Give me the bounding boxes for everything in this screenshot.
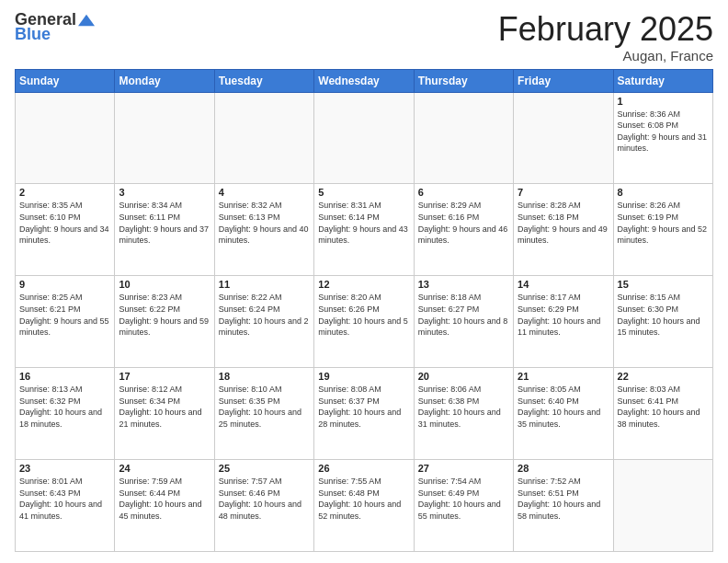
calendar-header-monday: Monday [115,69,214,92]
day-number: 23 [19,463,110,474]
calendar-header-tuesday: Tuesday [214,69,313,92]
day-number: 28 [518,463,609,474]
day-info: Sunrise: 8:25 AMSunset: 6:21 PMDaylight:… [19,292,110,338]
day-number: 8 [618,187,709,198]
calendar-cell: 21Sunrise: 8:05 AMSunset: 6:40 PMDayligh… [514,368,613,460]
day-info: Sunrise: 8:03 AMSunset: 6:41 PMDaylight:… [618,384,709,430]
calendar-cell: 13Sunrise: 8:18 AMSunset: 6:27 PMDayligh… [414,276,513,368]
day-info: Sunrise: 8:35 AMSunset: 6:10 PMDaylight:… [19,200,110,246]
title-block: February 2025 Augan, France [498,11,713,63]
calendar-cell: 3Sunrise: 8:34 AMSunset: 6:11 PMDaylight… [115,184,214,276]
day-number: 10 [119,279,210,290]
calendar-cell: 27Sunrise: 7:54 AMSunset: 6:49 PMDayligh… [414,460,513,552]
day-info: Sunrise: 8:18 AMSunset: 6:27 PMDaylight:… [418,292,509,338]
calendar-cell: 16Sunrise: 8:13 AMSunset: 6:32 PMDayligh… [16,368,115,460]
logo-icon [78,12,95,29]
calendar-cell [414,92,513,184]
page: General Blue February 2025 Augan, France… [0,0,728,563]
day-info: Sunrise: 8:31 AMSunset: 6:14 PMDaylight:… [318,200,409,246]
calendar-cell: 8Sunrise: 8:26 AMSunset: 6:19 PMDaylight… [613,184,712,276]
day-number: 9 [19,279,110,290]
day-info: Sunrise: 8:12 AMSunset: 6:34 PMDaylight:… [119,384,210,430]
day-number: 13 [418,279,509,290]
calendar-cell: 9Sunrise: 8:25 AMSunset: 6:21 PMDaylight… [16,276,115,368]
calendar-cell [514,92,613,184]
day-number: 26 [318,463,409,474]
day-number: 7 [518,187,609,198]
calendar-cell [613,460,712,552]
day-info: Sunrise: 8:29 AMSunset: 6:16 PMDaylight:… [418,200,509,246]
calendar: SundayMondayTuesdayWednesdayThursdayFrid… [15,69,713,552]
calendar-cell: 24Sunrise: 7:59 AMSunset: 6:44 PMDayligh… [115,460,214,552]
calendar-cell: 11Sunrise: 8:22 AMSunset: 6:24 PMDayligh… [214,276,313,368]
day-number: 19 [318,371,409,382]
month-year: February 2025 [498,11,713,48]
day-info: Sunrise: 8:17 AMSunset: 6:29 PMDaylight:… [518,292,609,338]
day-info: Sunrise: 8:01 AMSunset: 6:43 PMDaylight:… [19,476,110,522]
day-info: Sunrise: 8:28 AMSunset: 6:18 PMDaylight:… [518,200,609,246]
day-number: 18 [219,371,310,382]
day-number: 14 [518,279,609,290]
calendar-cell [214,92,313,184]
day-info: Sunrise: 8:36 AMSunset: 6:08 PMDaylight:… [618,109,709,155]
calendar-cell: 2Sunrise: 8:35 AMSunset: 6:10 PMDaylight… [16,184,115,276]
day-info: Sunrise: 8:10 AMSunset: 6:35 PMDaylight:… [219,384,310,430]
calendar-cell: 1Sunrise: 8:36 AMSunset: 6:08 PMDaylight… [613,92,712,184]
day-number: 27 [418,463,509,474]
calendar-cell: 22Sunrise: 8:03 AMSunset: 6:41 PMDayligh… [613,368,712,460]
svg-marker-0 [78,15,95,27]
day-number: 20 [418,371,509,382]
day-info: Sunrise: 8:23 AMSunset: 6:22 PMDaylight:… [119,292,210,338]
calendar-cell: 25Sunrise: 7:57 AMSunset: 6:46 PMDayligh… [214,460,313,552]
location: Augan, France [498,48,713,63]
day-info: Sunrise: 8:05 AMSunset: 6:40 PMDaylight:… [518,384,609,430]
logo: General Blue [15,11,95,44]
day-number: 21 [518,371,609,382]
day-number: 5 [318,187,409,198]
calendar-cell: 10Sunrise: 8:23 AMSunset: 6:22 PMDayligh… [115,276,214,368]
calendar-cell: 12Sunrise: 8:20 AMSunset: 6:26 PMDayligh… [314,276,414,368]
calendar-cell: 14Sunrise: 8:17 AMSunset: 6:29 PMDayligh… [514,276,613,368]
logo-blue-text: Blue [15,26,51,44]
day-number: 25 [219,463,310,474]
calendar-week-1: 1Sunrise: 8:36 AMSunset: 6:08 PMDaylight… [16,92,713,184]
calendar-cell: 4Sunrise: 8:32 AMSunset: 6:13 PMDaylight… [214,184,313,276]
day-number: 24 [119,463,210,474]
calendar-header-wednesday: Wednesday [314,69,414,92]
calendar-cell: 23Sunrise: 8:01 AMSunset: 6:43 PMDayligh… [16,460,115,552]
calendar-cell: 5Sunrise: 8:31 AMSunset: 6:14 PMDaylight… [314,184,414,276]
day-number: 22 [618,371,709,382]
calendar-cell: 20Sunrise: 8:06 AMSunset: 6:38 PMDayligh… [414,368,513,460]
day-number: 4 [219,187,310,198]
calendar-week-3: 9Sunrise: 8:25 AMSunset: 6:21 PMDaylight… [16,276,713,368]
day-info: Sunrise: 7:57 AMSunset: 6:46 PMDaylight:… [219,476,310,522]
calendar-cell: 28Sunrise: 7:52 AMSunset: 6:51 PMDayligh… [514,460,613,552]
day-info: Sunrise: 7:54 AMSunset: 6:49 PMDaylight:… [418,476,509,522]
day-info: Sunrise: 8:13 AMSunset: 6:32 PMDaylight:… [19,384,110,430]
calendar-cell: 15Sunrise: 8:15 AMSunset: 6:30 PMDayligh… [613,276,712,368]
calendar-cell: 17Sunrise: 8:12 AMSunset: 6:34 PMDayligh… [115,368,214,460]
day-number: 12 [318,279,409,290]
day-info: Sunrise: 8:32 AMSunset: 6:13 PMDaylight:… [219,200,310,246]
day-info: Sunrise: 8:15 AMSunset: 6:30 PMDaylight:… [618,292,709,338]
calendar-cell [115,92,214,184]
calendar-cell [16,92,115,184]
day-number: 17 [119,371,210,382]
day-info: Sunrise: 7:55 AMSunset: 6:48 PMDaylight:… [318,476,409,522]
day-info: Sunrise: 8:22 AMSunset: 6:24 PMDaylight:… [219,292,310,338]
calendar-week-5: 23Sunrise: 8:01 AMSunset: 6:43 PMDayligh… [16,460,713,552]
day-number: 2 [19,187,110,198]
calendar-header-friday: Friday [514,69,613,92]
calendar-cell: 18Sunrise: 8:10 AMSunset: 6:35 PMDayligh… [214,368,313,460]
calendar-header-saturday: Saturday [613,69,712,92]
calendar-cell [314,92,414,184]
calendar-cell: 6Sunrise: 8:29 AMSunset: 6:16 PMDaylight… [414,184,513,276]
day-number: 11 [219,279,310,290]
calendar-header-thursday: Thursday [414,69,513,92]
calendar-header-sunday: Sunday [16,69,115,92]
calendar-week-2: 2Sunrise: 8:35 AMSunset: 6:10 PMDaylight… [16,184,713,276]
header: General Blue February 2025 Augan, France [15,11,713,63]
calendar-cell: 7Sunrise: 8:28 AMSunset: 6:18 PMDaylight… [514,184,613,276]
calendar-header-row: SundayMondayTuesdayWednesdayThursdayFrid… [16,69,713,92]
day-info: Sunrise: 8:34 AMSunset: 6:11 PMDaylight:… [119,200,210,246]
